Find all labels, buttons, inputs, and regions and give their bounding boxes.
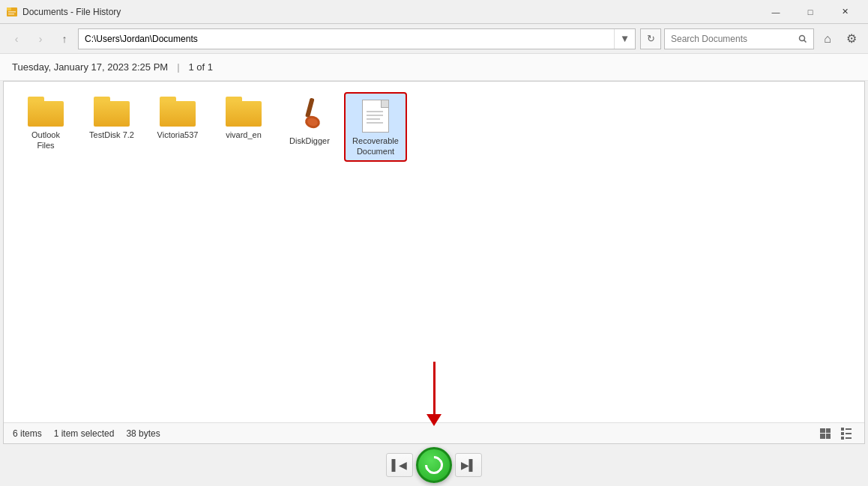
toolbar: ‹ › ↑ ▼ ↻ ⌂ ⚙ [0,24,868,54]
list-item[interactable]: OutlookFiles [16,94,76,160]
file-size: 38 bytes [126,428,160,439]
folder-icon [226,97,262,127]
address-input[interactable] [79,29,614,49]
folder-icon [160,97,196,127]
datebar: Tuesday, January 17, 2023 2:25 PM | 1 of… [0,54,868,81]
list-item[interactable]: vivard_en [214,94,274,160]
svg-rect-1 [7,7,11,10]
list-item[interactable]: TestDisk 7.2 [82,94,142,160]
folder-icon [28,97,64,127]
forward-button[interactable]: › [30,28,51,49]
file-label: OutlookFiles [31,130,60,151]
details-view-button[interactable] [837,426,855,441]
list-item[interactable]: Victoria537 [148,94,208,160]
svg-point-4 [800,35,805,40]
file-label: Victoria537 [157,130,199,140]
up-button[interactable]: ↑ [54,28,75,49]
items-count: 6 items [13,428,42,439]
file-label: Recoverable Document [349,136,403,157]
app-icon [6,6,18,18]
selected-info: 1 item selected [54,428,115,439]
maximize-button[interactable]: □ [793,0,828,24]
svg-line-5 [804,40,807,42]
address-dropdown-button[interactable]: ▼ [614,29,635,49]
skip-back-button[interactable]: ▌◀ [386,453,413,477]
red-arrow-indicator [427,362,441,426]
back-button[interactable]: ‹ [6,28,27,49]
svg-rect-3 [8,13,14,15]
search-bar [664,28,814,49]
svg-rect-2 [8,11,16,13]
close-button[interactable]: ✕ [828,0,862,24]
view-controls [816,426,855,441]
refresh-button[interactable]: ↻ [640,28,661,49]
folder-icon [94,97,130,127]
list-item[interactable]: DiskDigger [280,94,340,160]
minimize-button[interactable]: — [759,0,793,24]
diskdigger-icon [292,97,328,133]
home-button[interactable]: ⌂ [817,28,838,49]
file-label: DiskDigger [289,136,330,146]
svg-rect-6 [305,98,315,118]
datebar-separator: | [177,61,179,73]
search-button[interactable] [792,34,813,43]
bottom-controls: ▌◀ ▶▌ [0,444,868,486]
toolbar-right-buttons: ⌂ ⚙ [817,28,862,49]
restore-button[interactable] [416,447,452,483]
skip-forward-button[interactable]: ▶▌ [455,453,482,477]
file-label: TestDisk 7.2 [89,130,134,140]
document-icon [361,97,391,133]
status-info: 6 items 1 item selected 38 bytes [13,428,160,439]
datetime-label: Tuesday, January 17, 2023 2:25 PM [12,61,168,73]
window-title: Documents - File History [22,7,759,17]
file-label: vivard_en [226,130,262,140]
list-item[interactable]: Recoverable Document [346,94,406,160]
settings-button[interactable]: ⚙ [841,28,862,49]
search-input[interactable] [665,34,792,44]
large-icons-view-button[interactable] [816,426,834,441]
restore-icon [421,452,447,478]
window-controls: — □ ✕ [759,0,862,24]
page-info: 1 of 1 [189,61,214,73]
titlebar: Documents - File History — □ ✕ [0,0,868,24]
address-bar: ▼ [78,28,636,49]
